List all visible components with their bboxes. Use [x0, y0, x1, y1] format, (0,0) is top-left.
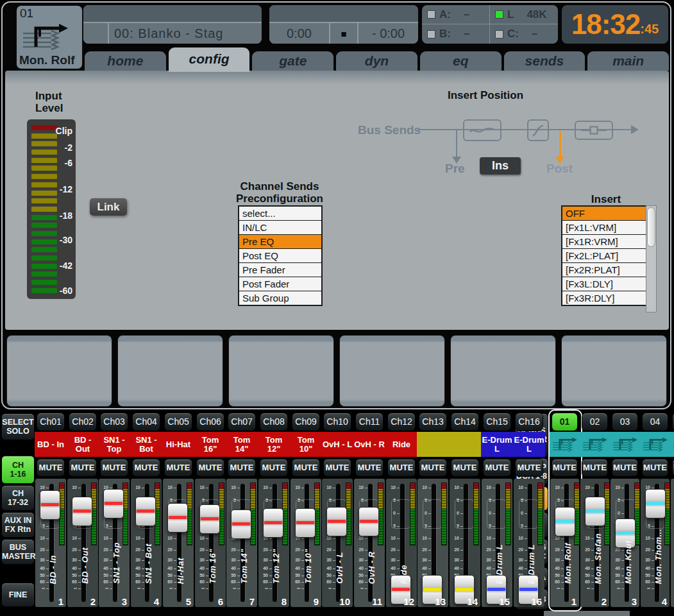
mute-button[interactable]: MUTE [515, 459, 543, 477]
channel-sends-option[interactable]: Pre Fader [239, 262, 321, 277]
fader-handle[interactable] [103, 489, 124, 518]
bus-master-button[interactable]: BUSMASTER [1, 539, 35, 565]
insert-option[interactable]: [Fx1L:VRM] [562, 220, 646, 234]
insert-option[interactable]: [Fx3R:DLY] [562, 291, 646, 305]
channel-sends-option[interactable]: Post Fader [239, 277, 321, 291]
mute-button[interactable]: MUTE [292, 459, 320, 477]
channel-name-cell[interactable]: BD - In [35, 432, 67, 457]
channel-button-Ch06[interactable]: Ch06 [196, 413, 224, 431]
insert-option[interactable]: [Fx2R:PLAT] [562, 262, 646, 277]
fine-button[interactable]: FINE [1, 583, 35, 607]
mute-button[interactable]: MUTE [164, 459, 192, 477]
channel-name-cell[interactable]: OvH - R [353, 432, 385, 457]
ch-17-32-button[interactable]: CH17-32 [1, 485, 35, 511]
fader-handle[interactable] [40, 490, 60, 520]
scene-display-box[interactable]: 00: Blanko - Stag [83, 5, 262, 44]
fader-handle[interactable] [167, 503, 188, 533]
insert-scrollbar[interactable] [646, 205, 657, 312]
fader-handle[interactable] [358, 507, 379, 536]
tab-dyn[interactable]: dyn [336, 51, 417, 71]
mute-button[interactable]: MUTE [419, 459, 447, 477]
channel-name-cell[interactable]: Tom 16" [194, 432, 226, 457]
channel-sends-option[interactable]: select... [239, 207, 321, 220]
channel-name-cell[interactable] [670, 432, 674, 457]
mute-button[interactable]: MUTE [612, 459, 638, 477]
mute-button[interactable]: MUTE [355, 459, 383, 477]
channel-button-Ch14[interactable]: Ch14 [451, 413, 479, 431]
aux-in-fx-rtn-button[interactable]: AUX INFX Rtn [1, 512, 35, 538]
mute-button[interactable]: MUTE [582, 459, 608, 477]
tab-main[interactable]: main [587, 51, 669, 71]
channel-sends-option[interactable]: IN/LC [239, 220, 321, 234]
channel-button-Ch01[interactable]: Ch01 [37, 413, 65, 431]
channel-button-Ch10[interactable]: Ch10 [323, 413, 351, 431]
tab-home[interactable]: home [85, 51, 166, 71]
channel-name-cell[interactable]: Tom 10" [290, 432, 322, 457]
bus-button-02[interactable]: 02 [582, 413, 608, 431]
mute-button[interactable]: MUTE [100, 459, 128, 477]
channel-name-cell[interactable]: Tom 12" [258, 432, 290, 457]
channel-name-cell[interactable] [640, 432, 670, 457]
channel-name-cell[interactable]: BD - Out [67, 432, 99, 457]
mute-button[interactable]: MUTE [228, 459, 256, 477]
fader-handle[interactable] [72, 497, 92, 526]
channel-button-Ch11[interactable]: Ch11 [355, 413, 383, 431]
channel-name-cell[interactable]: SN1 - Bot [130, 432, 162, 457]
channel-name-cell[interactable]: OvH - L [321, 432, 353, 457]
insert-option[interactable]: [Fx2L:PLAT] [562, 248, 646, 262]
tab-sends[interactable]: sends [504, 51, 586, 71]
channel-button-Ch07[interactable]: Ch07 [228, 413, 256, 431]
fader-handle[interactable] [585, 497, 605, 526]
ch-1-16-button[interactable]: CH1-16 [1, 456, 35, 484]
mute-button[interactable]: MUTE [552, 459, 578, 477]
mute-button[interactable]: MUTE [451, 459, 479, 477]
channel-name-cell[interactable]: E-Drum L [481, 432, 513, 457]
link-button[interactable]: Link [90, 198, 127, 216]
insert-option[interactable]: OFF [562, 207, 646, 220]
tab-eq[interactable]: eq [420, 51, 501, 71]
channel-name-cell[interactable]: E-Drum L [513, 432, 545, 457]
channel-button-Ch09[interactable]: Ch09 [292, 413, 320, 431]
fader-handle[interactable] [295, 508, 316, 538]
channel-name-cell[interactable]: Hi-Hat [162, 432, 194, 457]
fader-handle[interactable] [263, 508, 283, 538]
channel-name-cell[interactable] [550, 432, 580, 457]
mute-button[interactable]: MUTE [387, 459, 416, 477]
mute-button[interactable]: MUTE [323, 459, 351, 477]
fader-handle[interactable] [231, 509, 251, 539]
select-solo-button[interactable]: SELECTSOLO [1, 413, 35, 440]
mute-button[interactable]: MUTE [69, 459, 97, 477]
channel-name-cell[interactable] [449, 432, 481, 457]
ins-button[interactable]: Ins [480, 157, 521, 175]
channel-button-Ch16[interactable]: Ch16 [515, 413, 543, 431]
tab-gate[interactable]: gate [252, 51, 333, 71]
channel-button-Ch08[interactable]: Ch08 [260, 413, 288, 431]
channel-button-Ch02[interactable]: Ch02 [69, 413, 97, 431]
fader-handle[interactable] [199, 504, 220, 534]
channel-button-Ch03[interactable]: Ch03 [100, 413, 128, 431]
selected-channel-box[interactable]: 01 Mon. Rolf [15, 4, 83, 70]
channel-button-Ch05[interactable]: Ch05 [164, 413, 192, 431]
channel-button-Ch04[interactable]: Ch04 [132, 413, 160, 431]
fader-handle[interactable] [326, 507, 347, 536]
channel-name-cell[interactable] [417, 432, 449, 457]
channel-name-cell[interactable]: SN1 - Top [98, 432, 130, 457]
mute-button[interactable]: MUTE [132, 459, 160, 477]
stop-icon[interactable]: ■ [330, 28, 357, 39]
mute-button[interactable]: MUTE [260, 459, 288, 477]
mute-button[interactable]: MUTE [196, 459, 224, 477]
channel-button-Ch15[interactable]: Ch15 [483, 413, 511, 431]
transport-box[interactable]: 0:00 ■ - 0:00 [269, 5, 418, 44]
mute-button[interactable]: MUTE [37, 459, 65, 477]
mute-button[interactable]: MUTE [642, 459, 668, 477]
fader-handle[interactable] [645, 489, 666, 518]
insert-option[interactable]: [Fx3L:DLY] [562, 277, 646, 291]
bus-button-04[interactable]: 04 [642, 413, 668, 431]
channel-button-Ch12[interactable]: Ch12 [387, 413, 416, 431]
fader-handle[interactable] [135, 497, 156, 526]
channel-sends-option[interactable]: Sub Group [239, 291, 321, 305]
insert-scrollbar-thumb[interactable] [647, 207, 655, 247]
channel-button-Ch13[interactable]: Ch13 [419, 413, 447, 431]
channel-sends-option[interactable]: Pre EQ [239, 234, 321, 248]
channel-name-cell[interactable]: Ride [385, 432, 417, 457]
